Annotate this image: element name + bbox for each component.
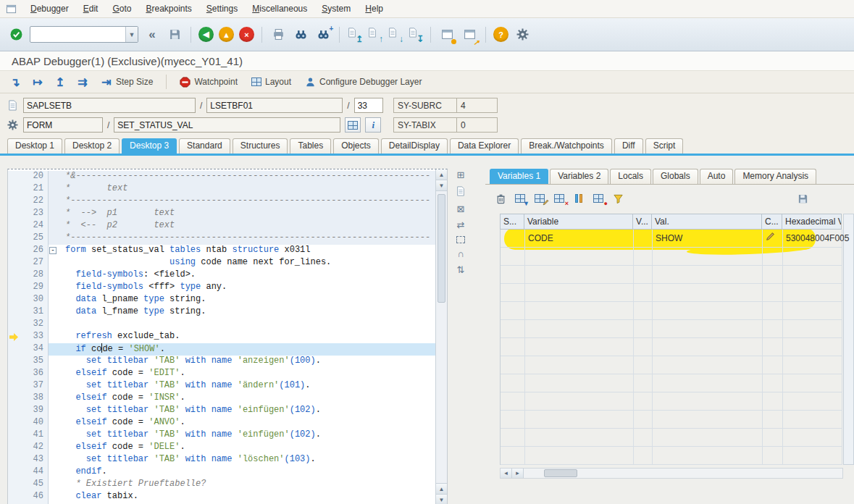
breakpoint-margin[interactable] <box>8 331 20 343</box>
code-line-39[interactable]: 39 set titlebar 'TAB' with name 'einfüge… <box>8 405 435 417</box>
code-line-28[interactable]: 28 field-symbols: <field>. <box>8 269 435 282</box>
hscrollbar-thumb[interactable] <box>544 469 577 477</box>
command-input[interactable] <box>30 27 125 42</box>
table-row-empty[interactable] <box>501 356 842 374</box>
code-line-43[interactable]: 43 set titlebar 'TAB' with name 'löschen… <box>8 454 435 466</box>
scroll-left-icon[interactable]: ◂ <box>501 469 512 478</box>
breakpoint-margin[interactable] <box>8 491 20 503</box>
tab-globals[interactable]: Globals <box>653 169 698 184</box>
event-type-field[interactable] <box>23 117 103 133</box>
breakpoint-margin[interactable] <box>8 245 20 257</box>
column-header-3[interactable]: Val. <box>652 214 762 230</box>
find-next-icon[interactable]: + <box>314 26 332 43</box>
column-header-5[interactable]: Hexadecimal Value <box>782 214 842 230</box>
table-row-empty[interactable] <box>501 429 842 447</box>
code-line-30[interactable]: 30 data l_pname type string. <box>8 294 435 306</box>
cancel-button[interactable]: × <box>239 27 254 42</box>
table-row-empty[interactable] <box>501 374 842 392</box>
scroll-up-icon[interactable]: ▲ <box>436 169 447 180</box>
code-line-27[interactable]: 27 using code name next for_lines. <box>8 257 435 269</box>
scroll-down-icon[interactable]: ▼ <box>436 180 447 191</box>
code-line-46[interactable]: 46 clear tabix. <box>8 491 435 503</box>
document-icon[interactable] <box>456 186 466 198</box>
table-row-empty[interactable] <box>501 447 842 465</box>
enter-button[interactable] <box>7 26 25 43</box>
tab-objects[interactable]: Objects <box>333 138 379 154</box>
breakpoint-margin[interactable] <box>8 417 20 429</box>
tab-data-explorer[interactable]: Data Explorer <box>450 138 519 154</box>
table-row[interactable]: CODESHOW530048004F005 <box>501 230 842 248</box>
breakpoint-margin[interactable] <box>8 466 20 479</box>
column-header-4[interactable]: C... <box>762 214 782 230</box>
code-line-29[interactable]: 29 field-symbols <fff> type any. <box>8 282 435 294</box>
table-row-empty[interactable] <box>501 320 842 338</box>
code-editor[interactable]: 20*&------------------------------------… <box>7 169 448 504</box>
print-icon[interactable] <box>269 26 287 43</box>
tab-detaildisplay[interactable]: DetailDisplay <box>381 138 448 154</box>
breakpoint-margin[interactable] <box>8 257 20 269</box>
code-line-20[interactable]: 20*&------------------------------------… <box>8 171 435 183</box>
new-session-icon[interactable] <box>438 26 456 43</box>
tab-auto[interactable]: Auto <box>700 169 734 184</box>
continue-icon[interactable]: ⇉ <box>75 75 91 89</box>
breakpoint-margin[interactable] <box>8 208 20 220</box>
delete-variable-icon[interactable]: × <box>553 192 566 205</box>
return-icon[interactable]: ↥ <box>52 75 68 89</box>
filter-icon[interactable] <box>611 192 624 205</box>
breakpoint-margin[interactable] <box>8 171 20 183</box>
watchpoint-button[interactable]: Watchpoint <box>176 75 241 89</box>
tab-locals[interactable]: Locals <box>610 169 651 184</box>
code-line-37[interactable]: 37 set titlebar 'TAB' with name 'ändern'… <box>8 380 435 392</box>
code-line-32[interactable]: 32 <box>8 319 435 331</box>
double-arrow-icon[interactable]: ⇅ <box>457 265 465 275</box>
configure-debugger-layer-button[interactable]: Configure Debugger Layer <box>301 75 425 89</box>
tab-variables-2[interactable]: Variables 2 <box>550 169 608 184</box>
table-row-empty[interactable] <box>501 411 842 429</box>
table-row-empty[interactable] <box>501 284 842 302</box>
menu-item-debugger[interactable]: Debugger <box>24 1 75 16</box>
settings-gear-icon[interactable] <box>514 26 531 43</box>
code-line-42[interactable]: 42 elseif code = 'DELE'. <box>8 442 435 454</box>
selection-icon[interactable] <box>456 236 465 243</box>
scroll-right-icon[interactable]: ▸ <box>512 469 524 478</box>
code-line-45[interactable]: 45 * Existiert Prueftabelle? <box>8 479 435 491</box>
headset-icon[interactable]: ∩ <box>457 249 464 259</box>
code-line-40[interactable]: 40 elseif code = 'ANVO'. <box>8 417 435 429</box>
filter-table-icon[interactable]: ▼ <box>514 192 527 205</box>
code-line-31[interactable]: 31 data l_fname type string. <box>8 306 435 319</box>
step-size-button[interactable]: ⇥Step Size <box>97 74 156 91</box>
variables-vscrollbar[interactable] <box>843 214 854 465</box>
change-value-button[interactable] <box>766 232 775 241</box>
system-menu-icon[interactable] <box>6 4 18 14</box>
breakpoint-margin[interactable] <box>8 454 20 466</box>
last-page-icon[interactable]: ↧ <box>408 26 423 43</box>
code-line-34[interactable]: 34 if code = 'SHOW'. <box>8 343 435 356</box>
breakpoint-margin[interactable] <box>8 368 20 380</box>
tab-variables-1[interactable]: Variables 1 <box>490 169 548 184</box>
tab-structures[interactable]: Structures <box>233 138 288 154</box>
code-line-23[interactable]: 23* --> p1 text <box>8 208 435 220</box>
code-line-22[interactable]: 22*-------------------------------------… <box>8 196 435 208</box>
code-line-44[interactable]: 44 endif. <box>8 466 435 479</box>
help-button[interactable]: ? <box>493 27 508 42</box>
command-dropdown-icon[interactable]: ▼ <box>125 27 138 42</box>
breakpoint-margin[interactable] <box>8 232 20 245</box>
command-field[interactable]: ▼ <box>30 26 138 43</box>
code-line-38[interactable]: 38 elseif code = 'INSR'. <box>8 392 435 405</box>
code-line-33[interactable]: 33 refresh exclude_tab. <box>8 331 435 343</box>
menu-item-edit[interactable]: Edit <box>77 1 105 16</box>
column-header-2[interactable]: V... <box>633 214 652 230</box>
breakpoint-margin[interactable] <box>8 220 20 232</box>
breakpoint-margin[interactable] <box>8 306 20 319</box>
collapse-toolbar-icon[interactable]: « <box>143 26 161 43</box>
editor-scrollbar[interactable]: ▲ ▼ ▲ ▼ <box>435 169 447 504</box>
code-line-25[interactable]: 25*-------------------------------------… <box>8 232 435 245</box>
find-icon[interactable] <box>292 26 309 43</box>
step-into-icon[interactable]: ↴ <box>7 75 23 89</box>
breakpoint-margin[interactable] <box>8 282 20 294</box>
tab-script[interactable]: Script <box>645 138 684 154</box>
menu-item-breakpoints[interactable]: Breakpoints <box>139 1 198 16</box>
code-line-41[interactable]: 41 set titlebar 'TAB' with name 'einfüge… <box>8 429 435 442</box>
table-row-empty[interactable] <box>501 302 842 320</box>
info-button[interactable]: i <box>365 117 381 133</box>
